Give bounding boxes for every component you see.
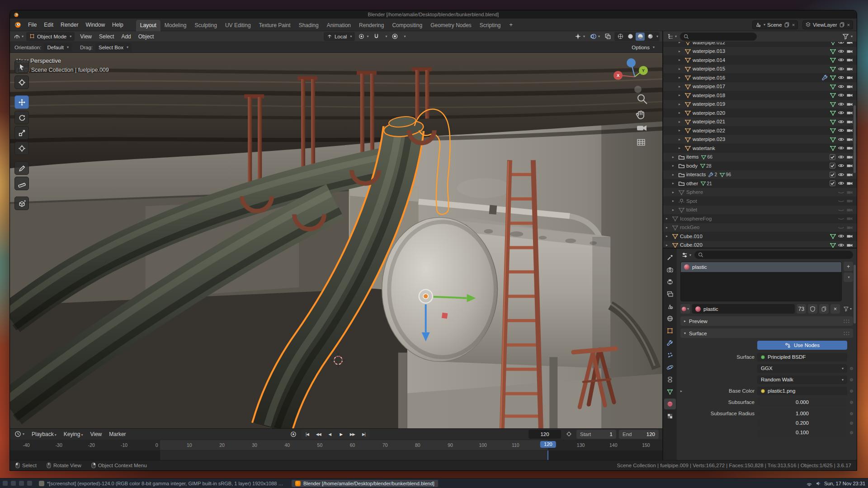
transport-play-button[interactable]: ▶ [335, 430, 347, 438]
material-users-count-button[interactable]: 73 [797, 304, 806, 314]
outliner-row-interacts[interactable]: ▸interacts296 [663, 170, 857, 179]
disclosure-triangle-icon[interactable]: ▸ [679, 146, 684, 150]
outliner-scrollbar[interactable] [854, 105, 856, 173]
show-gizmo-dropdown[interactable]: ▾ [573, 32, 586, 41]
outliner-row-waterpipe-014[interactable]: ▸waterpipe.014 [663, 56, 857, 65]
menu-file[interactable]: File [24, 20, 40, 29]
outliner-row-waterpipe-013[interactable]: ▸waterpipe.013 [663, 47, 857, 56]
outliner-row-cube-020[interactable]: ▸Cube.020 [663, 241, 857, 248]
property-field-ggx[interactable]: GGX▾ [757, 364, 847, 373]
drag-mode-dropdown[interactable]: Select Box▾ [95, 43, 132, 52]
property-field-0-100[interactable]: 0.100 [757, 428, 847, 437]
outliner-row-spot[interactable]: ▸Spot [663, 197, 857, 206]
disable-in-renders-camera-icon[interactable] [846, 101, 853, 108]
material-name-field[interactable]: plastic [692, 304, 795, 314]
pivot-point-dropdown[interactable]: ▾ [357, 32, 370, 41]
outliner-row-waterpipe-015[interactable]: ▸waterpipe.015 [663, 65, 857, 74]
viewport-menu-add[interactable]: Add [118, 32, 134, 41]
disclosure-triangle-icon[interactable]: ▸ [679, 111, 684, 115]
tool-add-cube-button[interactable] [14, 197, 29, 210]
disclosure-triangle-icon[interactable]: ▸ [679, 75, 684, 80]
properties-editor-type-button[interactable]: ▾ [680, 252, 692, 258]
viewport-editor-type-button[interactable]: ▾ [13, 33, 24, 40]
hidden-eye-icon[interactable] [838, 189, 844, 196]
taskbar-app-icon[interactable] [11, 481, 16, 486]
disable-in-renders-camera-icon[interactable] [846, 224, 853, 231]
workspace-tab-sculpting[interactable]: Sculpting [191, 20, 221, 31]
hide-in-viewport-eye-icon[interactable] [838, 48, 844, 55]
disclosure-triangle-icon[interactable]: ▸ [679, 128, 684, 132]
viewlayer-selector[interactable]: ViewLayer × [802, 20, 853, 29]
properties-tab-tool[interactable] [664, 252, 676, 263]
outliner-row-watertank[interactable]: ▸watertank [663, 144, 857, 153]
disable-in-renders-camera-icon[interactable] [846, 42, 853, 46]
disclosure-triangle-icon[interactable]: ▸ [679, 102, 684, 106]
outliner-row-waterpipe-017[interactable]: ▸waterpipe.017 [663, 82, 857, 91]
taskbar-app-icon[interactable] [19, 481, 24, 486]
timeline-menu-marker[interactable]: Marker [105, 430, 129, 439]
disclosure-triangle-icon[interactable]: ▸ [672, 190, 678, 194]
properties-tab-particles[interactable] [664, 350, 676, 361]
hide-in-viewport-eye-icon[interactable] [838, 83, 844, 90]
preview-panel-header[interactable]: ▸Preview [680, 316, 853, 326]
disable-in-renders-camera-icon[interactable] [846, 215, 853, 222]
workspace-tab-rendering[interactable]: Rendering [355, 20, 388, 31]
taskbar-blender-window[interactable]: Blender [/home/amalie/Desktop/blender/bu… [292, 480, 438, 487]
transport-previous-keyframe-button[interactable]: ◀◀ [313, 430, 324, 438]
playhead-line[interactable] [547, 450, 548, 460]
workspace-tab-geometry-nodes[interactable]: Geometry Nodes [426, 20, 476, 31]
animate-property-dot[interactable] [850, 431, 853, 434]
properties-tab-material[interactable] [664, 399, 676, 409]
animate-property-dot[interactable] [850, 389, 853, 393]
material-specials-button[interactable]: ▾ [844, 272, 853, 282]
disable-in-renders-camera-icon[interactable] [846, 74, 853, 81]
material-filter-button[interactable]: ▾ [842, 304, 853, 314]
current-frame-field[interactable]: 120 [528, 430, 561, 439]
remove-viewlayer-button[interactable]: × [847, 22, 850, 28]
shading-dropdown-caret-icon[interactable]: ▾ [656, 34, 658, 38]
outliner-row-cube-010[interactable]: ▸Cube.010 [663, 232, 857, 241]
taskbar-app-icon[interactable] [3, 481, 8, 486]
taskbar-app-icon[interactable] [27, 481, 32, 486]
workspace-tab-shading[interactable]: Shading [295, 20, 323, 31]
keying-set-icon[interactable] [564, 430, 574, 439]
properties-tab-scene[interactable] [664, 301, 676, 312]
outliner-row-body[interactable]: ▸body28 [663, 161, 857, 170]
proportional-editing-toggle[interactable] [390, 32, 400, 41]
tool-move-button[interactable] [14, 95, 29, 109]
menu-render[interactable]: Render [57, 20, 82, 29]
disable-in-renders-camera-icon[interactable] [846, 197, 853, 204]
animate-property-dot[interactable] [850, 422, 853, 425]
transport-jump-to-end-button[interactable]: ▶| [358, 430, 369, 438]
menu-edit[interactable]: Edit [40, 20, 57, 29]
properties-tab-object-data[interactable] [664, 386, 676, 397]
disable-in-renders-camera-icon[interactable] [846, 92, 853, 99]
disclosure-triangle-icon[interactable]: ▸ [672, 208, 678, 212]
browse-material-button[interactable]: ▾ [680, 304, 690, 314]
disclosure-triangle-icon[interactable]: ▸ [679, 49, 684, 53]
new-material-button[interactable] [819, 304, 829, 314]
orientation-default-dropdown[interactable]: Default▾ [44, 43, 71, 52]
hide-in-viewport-eye-icon[interactable] [838, 92, 844, 99]
new-scene-icon[interactable] [784, 22, 790, 28]
collection-checkbox[interactable] [829, 154, 836, 160]
hide-in-viewport-eye-icon[interactable] [838, 118, 844, 125]
blender-app-menu-icon[interactable] [14, 21, 22, 29]
properties-tab-texture[interactable] [664, 411, 676, 422]
hide-in-viewport-eye-icon[interactable] [838, 154, 844, 160]
mode-dropdown[interactable]: Object Mode▾ [26, 32, 75, 41]
disable-in-renders-camera-icon[interactable] [846, 154, 853, 160]
outliner-editor-type-button[interactable]: ▾ [666, 33, 678, 40]
shading-solid-button[interactable] [626, 33, 635, 41]
workspace-tab-texture-paint[interactable]: Texture Paint [255, 20, 295, 31]
outliner-row-waterpipe-022[interactable]: ▸waterpipe.022 [663, 126, 857, 135]
viewport-menu-view[interactable]: View [76, 32, 95, 41]
unlink-material-button[interactable]: × [830, 304, 840, 314]
hide-in-viewport-eye-icon[interactable] [838, 162, 844, 169]
hide-in-viewport-eye-icon[interactable] [838, 101, 844, 108]
disable-in-renders-camera-icon[interactable] [846, 206, 853, 213]
add-workspace-button[interactable]: + [506, 21, 517, 28]
scene-selector[interactable]: ▾ Scene × [752, 20, 798, 29]
hide-in-viewport-eye-icon[interactable] [838, 180, 844, 187]
timeline-ruler[interactable]: -40-30-20-100102030405060708090100110120… [10, 440, 662, 450]
